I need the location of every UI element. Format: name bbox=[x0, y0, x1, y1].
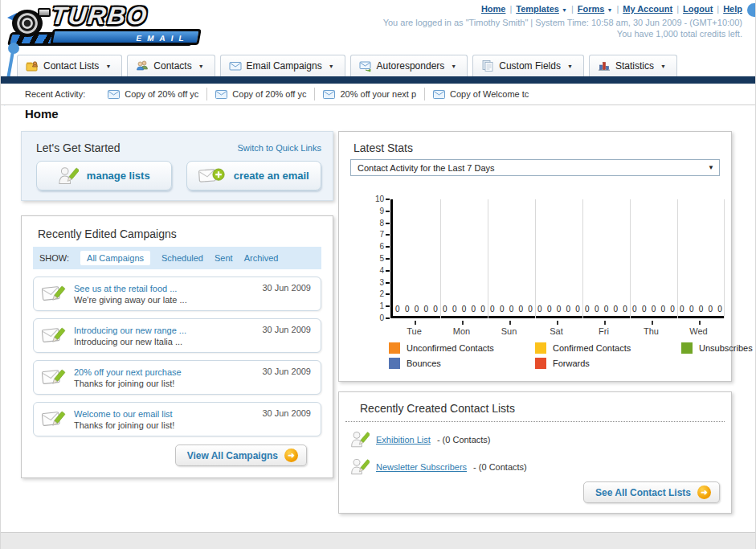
recent-activity-text: Copy of 20% off yc bbox=[232, 89, 306, 99]
y-tick-label: 5 bbox=[366, 254, 384, 263]
contact-list-item: Newsletter Subscribers - (0 Contacts) bbox=[350, 457, 731, 477]
recent-activity-item[interactable]: Copy of Welcome tc bbox=[424, 88, 537, 100]
y-tick-label: 2 bbox=[366, 289, 384, 298]
tab-contacts[interactable]: Contacts▼ bbox=[127, 55, 215, 77]
campaign-subtitle: Introducing our new Italia ... bbox=[74, 336, 313, 347]
campaign-item[interactable]: 20% off your next purchaseThanks for joi… bbox=[33, 360, 321, 395]
tab-label: Email Campaigns bbox=[247, 60, 322, 72]
legend-label: Bounces bbox=[407, 358, 441, 368]
filter-scheduled[interactable]: Scheduled bbox=[161, 253, 203, 263]
tab-label: Custom Fields bbox=[499, 60, 561, 72]
data-value-label: 0 bbox=[394, 305, 402, 313]
tab-contact-lists[interactable]: Contact Lists▼ bbox=[17, 55, 122, 77]
nav-link-help[interactable]: Help bbox=[723, 4, 742, 14]
contact-activity-chart: 00000000000000000000000000000000000 1098… bbox=[339, 199, 733, 352]
recent-activity-text: Copy of Welcome tc bbox=[450, 89, 529, 99]
login-info-text: You are logged in as "Timothy Smith" | S… bbox=[383, 18, 742, 27]
tab-email-campaigns[interactable]: Email Campaigns▼ bbox=[220, 55, 345, 77]
y-tick-mark bbox=[386, 270, 390, 272]
campaign-date: 30 Jun 2009 bbox=[262, 408, 311, 418]
create-email-button[interactable]: create an email bbox=[186, 161, 322, 191]
tab-label: Contacts bbox=[153, 60, 191, 72]
data-value-label: 0 bbox=[716, 305, 724, 313]
email-campaigns-icon bbox=[229, 59, 242, 72]
x-tick-mark bbox=[604, 321, 606, 325]
recent-activity-item[interactable]: 20% off your next p bbox=[314, 88, 424, 100]
data-value-label: 0 bbox=[603, 305, 611, 313]
contacts-icon bbox=[136, 59, 149, 72]
view-all-campaigns-button[interactable]: View All Campaigns ➜ bbox=[175, 445, 307, 466]
x-tick-label: Sat bbox=[533, 326, 581, 336]
filter-archived[interactable]: Archived bbox=[244, 253, 279, 263]
gridline bbox=[488, 199, 488, 318]
nav-link-logout[interactable]: Logout bbox=[683, 4, 713, 14]
tab-autoresponders[interactable]: Autoresponders▼ bbox=[350, 55, 468, 77]
contact-list-link[interactable]: Exhibition List bbox=[376, 435, 431, 445]
tab-statistics[interactable]: Statistics▼ bbox=[589, 55, 677, 77]
tab-custom-fields[interactable]: Custom Fields▼ bbox=[472, 55, 584, 77]
person-pencil-icon bbox=[350, 430, 370, 449]
y-tick-mark bbox=[386, 305, 390, 307]
manage-lists-label: manage lists bbox=[87, 170, 150, 182]
legend-item: Confirmed Contacts bbox=[535, 342, 681, 354]
filter-sent[interactable]: Sent bbox=[215, 253, 233, 263]
data-value-label: 0 bbox=[621, 305, 629, 313]
recent-activity-label: Recent Activity: bbox=[25, 89, 85, 99]
view-all-campaigns-label: View All Campaigns bbox=[187, 450, 278, 461]
manage-lists-button[interactable]: manage lists bbox=[36, 161, 172, 191]
chevron-down-icon: ▼ bbox=[329, 64, 334, 69]
contact-list-link[interactable]: Newsletter Subscribers bbox=[376, 462, 467, 472]
contact-lists-title: Recently Created Contact Lists bbox=[345, 392, 725, 422]
y-tick-mark bbox=[386, 234, 390, 236]
see-all-contact-lists-button[interactable]: See All Contact Lists ➜ bbox=[583, 481, 720, 503]
stats-select-value: Contact Activity for the Last 7 Days bbox=[358, 163, 495, 173]
tab-label: Contact Lists bbox=[43, 60, 99, 72]
turbo-email-logo[interactable]: EMAIL TURBO bbox=[7, 3, 208, 50]
y-tick-label: 7 bbox=[366, 230, 384, 239]
y-tick-mark bbox=[386, 223, 390, 224]
contact-lists-panel: Recently Created Contact Lists Exhibitio… bbox=[338, 391, 732, 514]
contact-lists-icon bbox=[26, 59, 39, 72]
top-nav-links: Home|Templates ▼|Forms ▼|My Account|Logo… bbox=[481, 4, 742, 14]
campaign-item[interactable]: Introducing our new range ...Introducing… bbox=[33, 318, 321, 353]
nav-link-forms[interactable]: Forms bbox=[578, 4, 605, 14]
turbo-pipe-icon bbox=[38, 8, 51, 17]
legend-label: Forwards bbox=[553, 358, 590, 368]
legend-swatch-icon bbox=[535, 342, 546, 354]
data-value-label: 0 bbox=[659, 305, 667, 313]
campaign-item[interactable]: Welcome to our email listThanks for join… bbox=[33, 402, 321, 436]
custom-fields-icon bbox=[481, 59, 494, 72]
recent-activity-item[interactable]: Copy of 20% off yc bbox=[206, 88, 314, 100]
y-tick-label: 8 bbox=[366, 219, 384, 227]
campaign-subtitle: Thanks for joining our list! bbox=[74, 420, 313, 431]
recent-activity-item[interactable]: Copy of 20% off yc bbox=[100, 88, 206, 100]
data-value-label: 0 bbox=[697, 305, 705, 313]
envelope-icon bbox=[108, 90, 120, 99]
data-value-label: 0 bbox=[593, 305, 601, 313]
envelope-pencil-icon bbox=[42, 284, 66, 305]
data-value-label: 0 bbox=[688, 305, 696, 313]
data-value-label: 0 bbox=[479, 305, 487, 313]
data-value-label: 0 bbox=[574, 305, 582, 313]
x-tick-label: Sun bbox=[485, 326, 533, 336]
nav-link-templates[interactable]: Templates bbox=[516, 4, 559, 14]
person-pencil-icon bbox=[350, 457, 370, 477]
chart-plot-area: 00000000000000000000000000000000000 bbox=[390, 199, 725, 318]
data-value-label: 0 bbox=[498, 305, 506, 313]
person-pencil-icon bbox=[58, 166, 79, 186]
y-tick-label: 0 bbox=[366, 313, 384, 322]
recent-activity-bar: Recent Activity: Copy of 20% off yc Copy… bbox=[1, 84, 756, 105]
nav-link-my-account[interactable]: My Account bbox=[623, 4, 672, 14]
campaign-item[interactable]: See us at the retail food ...We're givin… bbox=[33, 277, 321, 311]
switch-quick-links[interactable]: Switch to Quick Links bbox=[237, 143, 321, 153]
x-tick-mark bbox=[509, 321, 511, 325]
get-started-title: Let's Get Started bbox=[36, 141, 121, 154]
nav-link-home[interactable]: Home bbox=[481, 4, 506, 14]
data-value-label: 0 bbox=[508, 305, 516, 313]
chevron-down-icon: ▼ bbox=[708, 164, 714, 171]
filter-all-campaigns[interactable]: All Campaigns bbox=[80, 251, 150, 265]
y-tick-label: 6 bbox=[366, 242, 384, 251]
y-tick-mark bbox=[386, 199, 390, 200]
contact-list-detail: - (0 Contacts) bbox=[437, 435, 491, 445]
stats-period-select[interactable]: Contact Activity for the Last 7 Days ▼ bbox=[350, 159, 720, 176]
